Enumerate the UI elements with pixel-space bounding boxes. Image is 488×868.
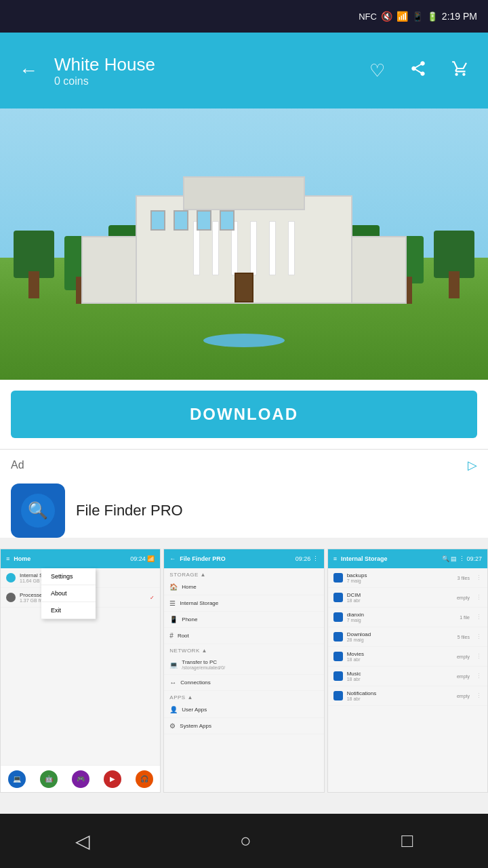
screenshot-2: ← File Finder PRO 09:26 ⋮ STORAGE ▲ 🏠 Ho… (163, 549, 324, 793)
ss1-icons: 09:24 📶 (130, 555, 155, 562)
ss1-settings[interactable]: Settings (41, 568, 96, 585)
ss2-home[interactable]: 🏠 Home (164, 579, 323, 595)
ss3-folder-1-icon (333, 573, 343, 583)
ss2-conn-label: Connections (180, 679, 210, 686)
share-button[interactable] (404, 54, 432, 87)
ss3-backups[interactable]: backups 7 maig 3 files ⋮ (328, 568, 487, 588)
ss3-folder-7-date: 18 abr (347, 696, 377, 701)
mute-icon: 🔇 (381, 11, 392, 22)
ss3-folder-5-text: Movies 18 abr (347, 651, 364, 662)
ss2-title: File Finder PRO (180, 555, 226, 562)
ss1-menu: Settings About Exit (41, 568, 96, 619)
ss2-root-icon: # (169, 632, 174, 639)
ss3-folder-7-text: Notifications 18 abr (347, 690, 377, 701)
ss3-folder-6-date: 18 abr (347, 677, 361, 682)
ss1-about[interactable]: About (41, 585, 96, 602)
action-buttons: ♡ (364, 54, 474, 87)
ss2-userapps-icon: 👤 (169, 706, 178, 713)
ss2-phone[interactable]: 📱 Phone (164, 612, 323, 628)
ss3-music[interactable]: Music 18 abr empty ⋮ (328, 667, 487, 686)
ss1-exit[interactable]: Exit (41, 602, 96, 619)
ss2-conn-icon: ↔ (169, 679, 176, 686)
hero-image (0, 108, 488, 380)
ss2-userapps[interactable]: 👤 User Apps (164, 702, 323, 718)
nav-home-button[interactable]: ○ (224, 822, 268, 860)
ss3-folder-6-name: Music (347, 671, 361, 677)
app-icon-box: 🔍 (11, 484, 65, 538)
ss3-folder-1-more[interactable]: ⋮ (476, 574, 482, 581)
house-door (235, 273, 253, 302)
tree-right-1 (434, 231, 474, 298)
ss1-icon-5[interactable]: 🎧 (136, 770, 153, 788)
sim-icon: 📱 (412, 12, 423, 22)
ad-badge-icon: ▷ (468, 458, 477, 473)
ss2-network-section: NETWORK ▲ (164, 644, 323, 655)
ss3-folder-3-info: 1 file (460, 615, 470, 620)
ss3-folder-6-text: Music 18 abr (347, 671, 361, 682)
ss3-folder-2-info: empty (457, 595, 470, 600)
ss3-folder-7-info: empty (457, 694, 470, 698)
like-button[interactable]: ♡ (364, 55, 390, 87)
title-section: White House 0 coins (54, 54, 353, 87)
clock: 2:19 PM (442, 11, 477, 22)
ss2-connections[interactable]: ↔ Connections (164, 675, 323, 691)
ss2-sysapps[interactable]: ⚙ System Apps (164, 718, 323, 734)
ss1-icon-2[interactable]: 🤖 (40, 770, 58, 788)
ss3-dianxin[interactable]: dianxin 7 maig 1 file ⋮ (328, 608, 487, 627)
ss3-folder-1-date: 7 maig (347, 578, 367, 583)
back-button[interactable]: ← (14, 54, 43, 87)
house-main (136, 195, 352, 304)
nav-recents-button[interactable]: □ (385, 822, 429, 860)
ss3-folder-5-more[interactable]: ⋮ (476, 653, 482, 660)
ss3-folder-6-info: empty (457, 674, 470, 679)
ss2-internal[interactable]: ☰ Internal Storage (164, 595, 323, 612)
process-indicator: ✓ (150, 595, 155, 601)
ss3-folder-5-name: Movies (347, 651, 364, 657)
ss3-download[interactable]: Download 28 maig 5 files ⋮ (328, 627, 487, 647)
nav-back-button[interactable]: ◁ (59, 822, 106, 861)
coins-label: 0 coins (54, 75, 353, 87)
app-promo[interactable]: 🔍 File Finder PRO (11, 484, 477, 538)
ss3-folder-4-more[interactable]: ⋮ (476, 633, 482, 640)
ss3-icons: 🔍 ▤ ⋮ 09:27 (442, 555, 482, 562)
ad-section: Ad ▷ 🔍 File Finder PRO (0, 449, 488, 538)
ss3-folder-1-text: backups 7 maig (347, 572, 367, 583)
status-bar: NFC 🔇 📶 📱 🔋 2:19 PM (0, 0, 488, 33)
ss3-folder-7-icon (333, 691, 343, 701)
ss3-folder-6-more[interactable]: ⋮ (476, 673, 482, 679)
ss2-storage-section: STORAGE ▲ (164, 568, 323, 579)
ss3-folder-1-info: 3 files (458, 576, 470, 580)
ss3-dcim[interactable]: DCIM 18 abr empty ⋮ (328, 588, 487, 608)
ss3-folder-7-name: Notifications (347, 690, 377, 696)
download-section: DOWNLOAD (0, 380, 488, 449)
ss2-icons: 09:26 ⋮ (296, 555, 319, 562)
nfc-icon: NFC (359, 12, 377, 22)
ss2-transfer-icon: 💻 (169, 661, 178, 669)
ss3-folder-6-icon (333, 671, 343, 681)
ss1-icon-1[interactable]: 💻 (8, 770, 26, 788)
ss3-folder-4-text: Download 28 maig (347, 631, 371, 642)
ss3-folder-5-info: empty (457, 654, 470, 659)
download-button[interactable]: DOWNLOAD (11, 391, 477, 438)
ss2-home-label: Home (182, 584, 196, 590)
ss2-root[interactable]: # Root (164, 628, 323, 644)
app-icon-inner: 🔍 (21, 494, 55, 528)
ss1-icon-3[interactable]: 🎮 (72, 770, 89, 788)
cart-button[interactable] (446, 54, 474, 87)
ss3-movies[interactable]: Movies 18 abr empty ⋮ (328, 647, 487, 667)
page-title: White House (54, 54, 353, 75)
ss3-folder-7-more[interactable]: ⋮ (476, 692, 482, 699)
ss2-sysapps-icon: ⚙ (169, 722, 176, 730)
storage-icon (6, 573, 16, 583)
ss3-notifications[interactable]: Notifications 18 abr empty ⋮ (328, 686, 487, 706)
ss3-folder-2-icon (333, 593, 343, 602)
ss2-sysapps-label: System Apps (180, 723, 211, 729)
ss3-folder-2-more[interactable]: ⋮ (476, 594, 482, 601)
ss2-transfer[interactable]: 💻 Transfer to PC /storage/emulated/0/ (164, 655, 323, 675)
ss1-bar: ≡ Home 09:24 📶 (1, 549, 160, 568)
ss2-internal-label: Internal Storage (180, 600, 218, 606)
ss3-folder-3-more[interactable]: ⋮ (476, 614, 482, 620)
app-name: File Finder PRO (76, 502, 183, 519)
ss1-icon-4[interactable]: ▶ (104, 770, 121, 788)
ss2-phone-label: Phone (182, 616, 197, 623)
